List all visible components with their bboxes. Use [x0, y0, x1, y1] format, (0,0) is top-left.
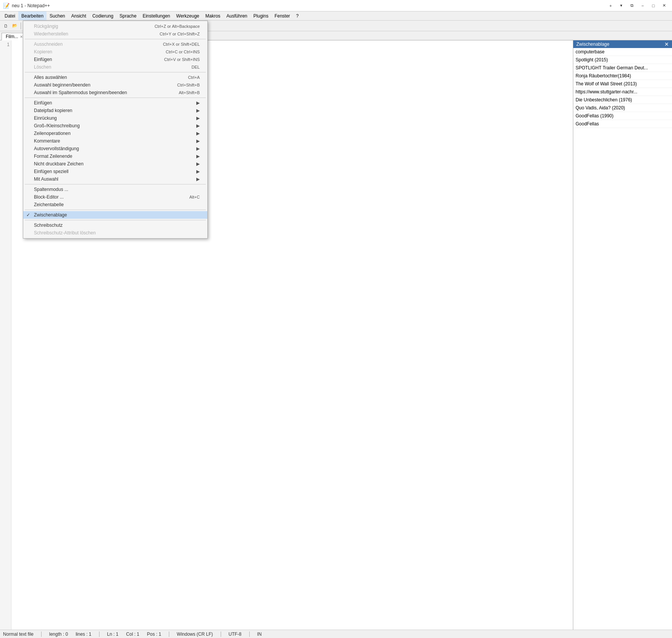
menu-sprache[interactable]: Sprache: [117, 11, 140, 20]
status-ins: IN: [257, 632, 262, 637]
maximize-button[interactable]: □: [648, 2, 658, 10]
ctx-kommentare[interactable]: Kommentare ▶: [23, 137, 207, 145]
ctx-loeschen[interactable]: Löschen DEL: [23, 63, 207, 71]
status-sep-2: [99, 632, 99, 637]
clipboard-item-4[interactable]: The Wolf of Wall Street (2013): [573, 80, 672, 88]
ctx-spaltenmodus[interactable]: Spaltenmodus ...: [23, 186, 207, 193]
menu-plugins[interactable]: Plugins: [250, 11, 271, 20]
menu-divider-2: [25, 72, 206, 72]
tab-film-close-icon[interactable]: ✕: [20, 35, 23, 39]
menu-help[interactable]: ?: [293, 11, 302, 20]
clipboard-close-button[interactable]: ✕: [664, 42, 669, 47]
ctx-schreibschutz[interactable]: Schreibschutz: [23, 221, 207, 229]
clipboard-item-3[interactable]: Ronja Räubertochter(1984): [573, 72, 672, 80]
ctx-rueckgaengig-label: Rückgängig: [34, 24, 154, 29]
ctx-gross-klein[interactable]: Groß-/Kleinschreibung ▶: [23, 122, 207, 130]
ctx-einrueckung-label: Einrückung: [34, 115, 196, 121]
ctx-ausschneiden-label: Ausschneiden: [34, 42, 163, 47]
menu-divider-1: [25, 39, 206, 39]
clipboard-item-9[interactable]: GoodFellas: [573, 120, 672, 128]
menu-einstellungen[interactable]: Einstellungen: [140, 11, 173, 20]
ctx-format-zeilenende[interactable]: Format Zeilenende ▶: [23, 152, 207, 160]
ctx-rueckgaengig[interactable]: Rückgängig Ctrl+Z or Alt+Backspace: [23, 22, 207, 30]
external-button[interactable]: ⧉: [627, 2, 637, 10]
line-number-1: 1: [0, 42, 10, 47]
menu-bearbeiten[interactable]: Bearbeiten: [18, 11, 47, 20]
menu-divider-3: [25, 98, 206, 98]
menu-werkzeuge[interactable]: Werkzeuge: [173, 11, 202, 20]
ctx-einfuegen-sub-label: Einfügen: [34, 100, 196, 106]
menu-suchen[interactable]: Suchen: [47, 11, 68, 20]
ctx-nicht-druckbare-label: Nicht druckbare Zeichen: [34, 161, 196, 167]
clipboard-item-1[interactable]: Spotlight (2015): [573, 56, 672, 64]
clipboard-item-2[interactable]: SPOTLIGHT Trailer German Deut...: [573, 64, 672, 72]
menu-makros[interactable]: Makros: [202, 11, 223, 20]
ctx-loeschen-shortcut: DEL: [192, 65, 200, 69]
menu-divider-5: [25, 210, 206, 210]
menu-codierung[interactable]: Codierung: [89, 11, 116, 20]
ctx-auswahl-spalte-shortcut: Alt+Shift+B: [179, 90, 200, 95]
ctx-autovervoll[interactable]: Autovervollständigung ▶: [23, 145, 207, 152]
ctx-dateipfad[interactable]: Dateipfad kopieren ▶: [23, 107, 207, 114]
ctx-zwischenablage-label: Zwischenablage: [34, 212, 200, 218]
ctx-zwischenablage-check: ✓: [26, 212, 30, 218]
clipboard-item-8[interactable]: GoodFellas (1990): [573, 112, 672, 120]
ctx-zeilenoperationen[interactable]: Zeilenoperationen ▶: [23, 130, 207, 137]
toolbar-new[interactable]: 🗋: [2, 22, 10, 30]
clipboard-item-0[interactable]: computerbase: [573, 48, 672, 56]
ctx-autovervoll-label: Autovervollständigung: [34, 146, 196, 151]
menu-ausfuhren[interactable]: Ausführen: [223, 11, 250, 20]
app-icon: 📝: [3, 3, 10, 9]
ctx-zeichentabelle[interactable]: Zeichentabelle: [23, 201, 207, 208]
ctx-einfuegen-speziell-arrow: ▶: [196, 169, 200, 174]
ctx-schreibschutz-label: Schreibschutz: [34, 223, 200, 228]
ctx-auswahl-spalte[interactable]: Auswahl im Spaltenmodus beginnen/beenden…: [23, 89, 207, 96]
ctx-einrueckung[interactable]: Einrückung ▶: [23, 114, 207, 122]
menu-divider-4: [25, 184, 206, 184]
ctx-nicht-druckbare-arrow: ▶: [196, 161, 200, 167]
ctx-zwischenablage[interactable]: ✓ Zwischenablage: [23, 211, 207, 219]
context-menu: Rückgängig Ctrl+Z or Alt+Backspace Wiede…: [23, 21, 208, 239]
menu-divider-6: [25, 220, 206, 220]
ctx-alles-auswaehlen-shortcut: Ctrl+A: [188, 75, 200, 80]
ctx-mit-auswahl[interactable]: Mit Auswahl ▶: [23, 175, 207, 183]
menu-ansicht[interactable]: Ansicht: [68, 11, 89, 20]
ctx-auswahl-beginnen-shortcut: Ctrl+Shift+B: [177, 83, 200, 87]
ctx-alles-auswaehlen[interactable]: Alles auswählen Ctrl+A: [23, 74, 207, 81]
line-numbers: 1: [0, 40, 11, 630]
ctx-wiederherstellen[interactable]: Wiederherstellen Ctrl+Y or Ctrl+Shift+Z: [23, 30, 207, 38]
ctx-zeilenoperationen-label: Zeilenoperationen: [34, 131, 196, 136]
menu-datei[interactable]: Datei: [2, 11, 18, 20]
clipboard-item-5[interactable]: https://www.stuttgarter-nachr...: [573, 88, 672, 96]
ctx-ausschneiden-shortcut: Ctrl+X or Shift+DEL: [163, 42, 200, 46]
close-button[interactable]: ✕: [659, 2, 669, 10]
window-title: neu 1 - Notepad++: [12, 3, 50, 8]
ctx-dateipfad-label: Dateipfad kopieren: [34, 108, 196, 113]
clipboard-item-6[interactable]: Die Unbestechlichen (1976): [573, 96, 672, 104]
ctx-einfuegen[interactable]: Einfügen Ctrl+V or Shift+INS: [23, 56, 207, 63]
ctx-einfuegen-speziell[interactable]: Einfügen speziell ▶: [23, 168, 207, 175]
tab-plus-button[interactable]: +: [606, 2, 616, 10]
ctx-einfuegen-sub[interactable]: Einfügen ▶: [23, 99, 207, 107]
status-length: length : 0: [49, 632, 68, 637]
ctx-auswahl-spalte-label: Auswahl im Spaltenmodus beginnen/beenden: [34, 90, 179, 95]
ctx-ausschneiden[interactable]: Ausschneiden Ctrl+X or Shift+DEL: [23, 40, 207, 48]
clipboard-item-7[interactable]: Quo Vadis, Aida? (2020): [573, 104, 672, 112]
menu-fenster[interactable]: Fenster: [271, 11, 293, 20]
ctx-rueckgaengig-shortcut: Ctrl+Z or Alt+Backspace: [154, 24, 200, 29]
ctx-block-editor-label: Block-Editor ...: [34, 194, 189, 200]
ctx-auswahl-beginnen-label: Auswahl beginnen/beenden: [34, 82, 177, 88]
ctx-zeilenoperationen-arrow: ▶: [196, 131, 200, 136]
ctx-block-editor[interactable]: Block-Editor ... Alt+C: [23, 193, 207, 201]
ctx-block-editor-shortcut: Alt+C: [189, 195, 200, 199]
tab-dropdown-button[interactable]: ▾: [616, 2, 626, 10]
ctx-auswahl-beginnen[interactable]: Auswahl beginnen/beenden Ctrl+Shift+B: [23, 81, 207, 89]
ctx-kopieren-shortcut: Ctrl+C or Ctrl+INS: [166, 50, 200, 54]
ctx-kopieren[interactable]: Kopieren Ctrl+C or Ctrl+INS: [23, 48, 207, 56]
minimize-button[interactable]: −: [638, 2, 648, 10]
clipboard-header: Zwischenablage ✕: [573, 40, 672, 48]
toolbar-open[interactable]: 📂: [11, 22, 19, 30]
ctx-schreibschutz-attr[interactable]: Schreibschutz-Attribut löschen: [23, 229, 207, 237]
status-line-ending: Windows (CR LF): [177, 632, 213, 637]
ctx-nicht-druckbare[interactable]: Nicht druckbare Zeichen ▶: [23, 160, 207, 168]
